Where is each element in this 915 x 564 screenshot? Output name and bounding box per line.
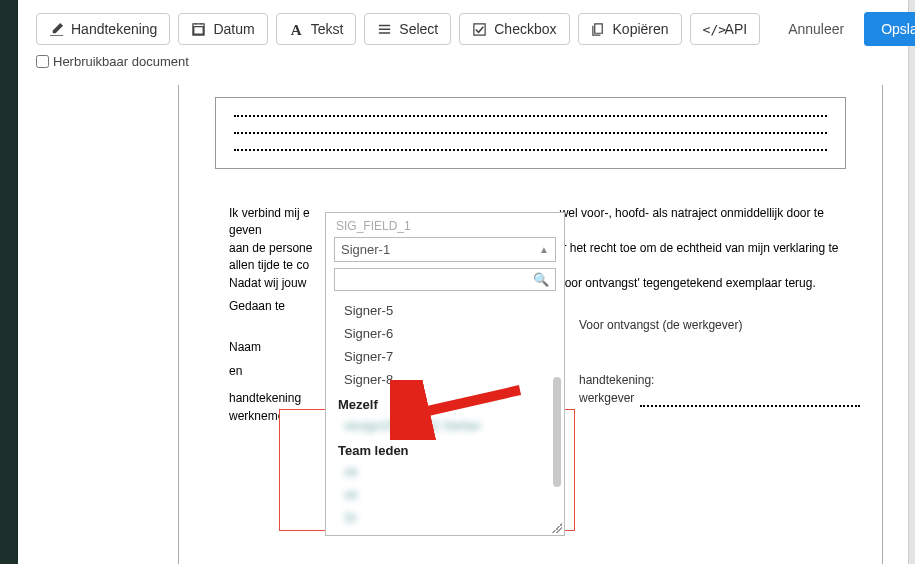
api-label: API xyxy=(725,21,748,37)
checkbox-icon xyxy=(472,22,487,37)
dotted-line xyxy=(234,115,827,117)
copy-button[interactable]: Kopiëren xyxy=(578,13,682,45)
signer-option[interactable]: oksign20220010 Stefan xyxy=(326,414,564,437)
code-icon: </> xyxy=(703,22,718,37)
checkbox-label: Checkbox xyxy=(494,21,556,37)
signer-option[interactable]: Signer-6 xyxy=(326,322,564,345)
dark-sidebar-strip xyxy=(0,0,18,564)
search-icon: 🔍 xyxy=(533,272,549,287)
chevron-up-icon: ▲ xyxy=(539,244,549,255)
signer-option[interactable]: St xyxy=(326,506,564,529)
signer-select[interactable]: Signer-1 ▲ xyxy=(334,237,556,262)
text-button[interactable]: A Tekst xyxy=(276,13,357,45)
right-column: Voor ontvangst (de werkgever) handtekeni… xyxy=(579,317,860,407)
resize-handle-icon[interactable] xyxy=(552,523,562,533)
signer-option[interactable]: Signer-7 xyxy=(326,345,564,368)
para-frag: allen tijde te co xyxy=(229,258,309,272)
group-team: Team leden xyxy=(326,437,564,460)
toolbar: Handtekening Datum A Tekst Select Checkb… xyxy=(18,0,908,50)
signer-search-box: 🔍 xyxy=(334,268,556,291)
dotted-line xyxy=(234,149,827,151)
select-button[interactable]: Select xyxy=(364,13,451,45)
field-id-label: SIG_FIELD_1 xyxy=(326,213,564,235)
signer-option-list[interactable]: Signer-5 Signer-6 Signer-7 Signer-8 Meze… xyxy=(326,297,564,535)
list-icon xyxy=(377,22,392,37)
cancel-button[interactable]: Annuleer xyxy=(776,14,856,44)
calendar-icon xyxy=(191,22,206,37)
pencil-square-icon xyxy=(49,22,64,37)
dotted-fill xyxy=(640,395,860,407)
label-voor-ontvangst: Voor ontvangst (de werkgever) xyxy=(579,317,860,334)
copy-icon xyxy=(591,22,606,37)
label-handtek-wg2: werkgever xyxy=(579,390,634,407)
signer-option[interactable]: ok xyxy=(326,483,564,506)
label-handtek-wg1: handtekening: xyxy=(579,373,654,387)
save-button[interactable]: Opslaan xyxy=(864,12,915,46)
signer-option[interactable]: ok xyxy=(326,460,564,483)
para-frag: r het recht toe om de echtheid van mijn … xyxy=(562,241,838,255)
select-label: Select xyxy=(399,21,438,37)
checkbox-button[interactable]: Checkbox xyxy=(459,13,569,45)
main-panel: Handtekening Datum A Tekst Select Checkb… xyxy=(18,0,909,564)
signature-button[interactable]: Handtekening xyxy=(36,13,170,45)
label-handtek-wn1: handtekening xyxy=(229,391,301,405)
date-button[interactable]: Datum xyxy=(178,13,267,45)
dotted-line xyxy=(234,132,827,134)
signer-dropdown-panel: SIG_FIELD_1 Signer-1 ▲ 🔍 Signer-5 Signer… xyxy=(325,212,565,536)
para-frag: 'voor ontvangst' tegengetekend exemplaar… xyxy=(556,276,815,290)
signer-search-input[interactable] xyxy=(341,272,533,287)
reusable-checkbox[interactable] xyxy=(36,55,49,68)
text-label: Tekst xyxy=(311,21,344,37)
signature-label: Handtekening xyxy=(71,21,157,37)
para-frag: aan de persone xyxy=(229,241,312,255)
reusable-row: Herbruikbaar document xyxy=(18,50,908,79)
para-frag: Ik verbind mij e xyxy=(229,206,310,220)
signer-option[interactable]: Signer-8 xyxy=(326,368,564,391)
api-button[interactable]: </> API xyxy=(690,13,761,45)
font-icon: A xyxy=(289,22,304,37)
scrollbar-track xyxy=(909,0,915,564)
dotted-header-box xyxy=(215,97,846,169)
para-frag: Nadat wij jouw xyxy=(229,276,306,290)
dropdown-scrollbar[interactable] xyxy=(553,377,561,487)
signer-option[interactable]: Signer-5 xyxy=(326,299,564,322)
group-mezelf: Mezelf xyxy=(326,391,564,414)
signer-selected-value: Signer-1 xyxy=(341,242,390,257)
copy-label: Kopiëren xyxy=(613,21,669,37)
date-label: Datum xyxy=(213,21,254,37)
reusable-label: Herbruikbaar document xyxy=(53,54,189,69)
